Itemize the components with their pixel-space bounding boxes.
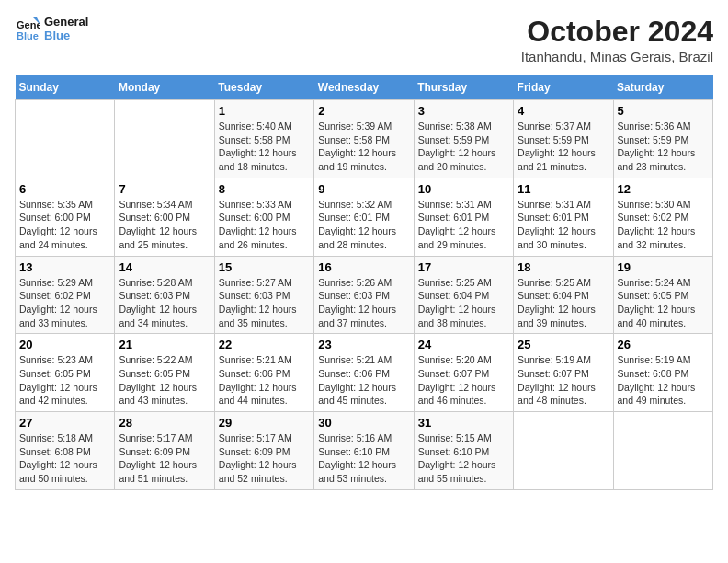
calendar-cell: 29 Sunrise: 5:17 AM Sunset: 6:09 PM Dayl…: [214, 412, 313, 490]
calendar-cell: 21 Sunrise: 5:22 AM Sunset: 6:05 PM Dayl…: [115, 334, 214, 412]
calendar-cell: 12 Sunrise: 5:30 AM Sunset: 6:02 PM Dayl…: [613, 178, 712, 256]
day-number: 5: [618, 104, 709, 118]
day-info: Sunrise: 5:16 AM Sunset: 6:10 PM Dayligh…: [318, 431, 409, 486]
calendar-week-row: 27 Sunrise: 5:18 AM Sunset: 6:08 PM Dayl…: [16, 412, 713, 490]
day-number: 24: [418, 338, 509, 351]
calendar-cell: 20 Sunrise: 5:23 AM Sunset: 6:05 PM Dayl…: [16, 334, 115, 412]
weekday-header: Thursday: [414, 75, 513, 100]
day-number: 8: [219, 182, 310, 196]
calendar-cell: 5 Sunrise: 5:36 AM Sunset: 5:59 PM Dayli…: [613, 100, 712, 178]
day-info: Sunrise: 5:26 AM Sunset: 6:03 PM Dayligh…: [318, 276, 409, 330]
calendar-cell: 25 Sunrise: 5:19 AM Sunset: 6:07 PM Dayl…: [514, 334, 613, 412]
calendar-cell: 31 Sunrise: 5:15 AM Sunset: 6:10 PM Dayl…: [414, 412, 513, 490]
day-number: 12: [618, 182, 709, 196]
weekday-header-row: SundayMondayTuesdayWednesdayThursdayFrid…: [16, 75, 713, 100]
month-title: October 2024: [521, 15, 713, 49]
day-number: 16: [318, 260, 409, 274]
day-info: Sunrise: 5:18 AM Sunset: 6:08 PM Dayligh…: [19, 431, 110, 486]
day-number: 29: [219, 416, 310, 430]
day-number: 26: [618, 338, 709, 351]
day-info: Sunrise: 5:22 AM Sunset: 6:05 PM Dayligh…: [119, 353, 210, 408]
day-info: Sunrise: 5:33 AM Sunset: 6:00 PM Dayligh…: [219, 198, 310, 252]
day-info: Sunrise: 5:21 AM Sunset: 6:06 PM Dayligh…: [318, 353, 409, 408]
day-info: Sunrise: 5:21 AM Sunset: 6:06 PM Dayligh…: [219, 353, 310, 408]
day-number: 14: [119, 260, 210, 274]
day-number: 31: [418, 416, 509, 430]
day-number: 17: [418, 260, 509, 274]
calendar-cell: 6 Sunrise: 5:35 AM Sunset: 6:00 PM Dayli…: [16, 178, 115, 256]
day-info: Sunrise: 5:29 AM Sunset: 6:02 PM Dayligh…: [19, 276, 110, 330]
day-number: 6: [19, 182, 110, 196]
calendar-cell: 11 Sunrise: 5:31 AM Sunset: 6:01 PM Dayl…: [514, 178, 613, 256]
calendar-cell: 2 Sunrise: 5:39 AM Sunset: 5:58 PM Dayli…: [314, 100, 414, 178]
calendar-cell: 18 Sunrise: 5:25 AM Sunset: 6:04 PM Dayl…: [514, 256, 613, 334]
day-info: Sunrise: 5:31 AM Sunset: 6:01 PM Dayligh…: [418, 198, 509, 252]
title-block: October 2024 Itanhandu, Minas Gerais, Br…: [521, 15, 713, 64]
day-info: Sunrise: 5:37 AM Sunset: 5:59 PM Dayligh…: [518, 120, 609, 174]
calendar-cell: 16 Sunrise: 5:26 AM Sunset: 6:03 PM Dayl…: [314, 256, 414, 334]
svg-text:Blue: Blue: [17, 30, 39, 41]
calendar-cell: [613, 412, 712, 490]
calendar-week-row: 20 Sunrise: 5:23 AM Sunset: 6:05 PM Dayl…: [16, 334, 713, 412]
day-number: 13: [19, 260, 110, 274]
day-number: 18: [518, 260, 609, 274]
day-info: Sunrise: 5:19 AM Sunset: 6:07 PM Dayligh…: [518, 353, 609, 408]
day-number: 23: [318, 338, 409, 351]
calendar-cell: 3 Sunrise: 5:38 AM Sunset: 5:59 PM Dayli…: [414, 100, 513, 178]
calendar-cell: 26 Sunrise: 5:19 AM Sunset: 6:08 PM Dayl…: [613, 334, 712, 412]
logo-icon: General Blue: [15, 16, 40, 41]
calendar-header: SundayMondayTuesdayWednesdayThursdayFrid…: [16, 75, 713, 100]
calendar-week-row: 1 Sunrise: 5:40 AM Sunset: 5:58 PM Dayli…: [16, 100, 713, 178]
day-info: Sunrise: 5:32 AM Sunset: 6:01 PM Dayligh…: [318, 198, 409, 252]
day-info: Sunrise: 5:27 AM Sunset: 6:03 PM Dayligh…: [219, 276, 310, 330]
logo: General Blue General Blue: [15, 15, 88, 42]
day-info: Sunrise: 5:35 AM Sunset: 6:00 PM Dayligh…: [19, 198, 110, 252]
calendar-week-row: 13 Sunrise: 5:29 AM Sunset: 6:02 PM Dayl…: [16, 256, 713, 334]
calendar-cell: 8 Sunrise: 5:33 AM Sunset: 6:00 PM Dayli…: [214, 178, 313, 256]
day-info: Sunrise: 5:38 AM Sunset: 5:59 PM Dayligh…: [418, 120, 509, 174]
day-info: Sunrise: 5:15 AM Sunset: 6:10 PM Dayligh…: [418, 431, 509, 486]
calendar-cell: 19 Sunrise: 5:24 AM Sunset: 6:05 PM Dayl…: [613, 256, 712, 334]
day-number: 10: [418, 182, 509, 196]
day-number: 9: [318, 182, 409, 196]
day-info: Sunrise: 5:25 AM Sunset: 6:04 PM Dayligh…: [418, 276, 509, 330]
calendar-table: SundayMondayTuesdayWednesdayThursdayFrid…: [15, 75, 713, 490]
day-info: Sunrise: 5:28 AM Sunset: 6:03 PM Dayligh…: [119, 276, 210, 330]
calendar-cell: 22 Sunrise: 5:21 AM Sunset: 6:06 PM Dayl…: [214, 334, 313, 412]
day-number: 30: [318, 416, 409, 430]
day-info: Sunrise: 5:23 AM Sunset: 6:05 PM Dayligh…: [19, 353, 110, 408]
day-number: 21: [119, 338, 210, 351]
weekday-header: Sunday: [16, 75, 115, 100]
day-number: 25: [518, 338, 609, 351]
day-number: 15: [219, 260, 310, 274]
day-number: 27: [19, 416, 110, 430]
weekday-header: Saturday: [613, 75, 712, 100]
calendar-cell: 4 Sunrise: 5:37 AM Sunset: 5:59 PM Dayli…: [514, 100, 613, 178]
day-info: Sunrise: 5:17 AM Sunset: 6:09 PM Dayligh…: [219, 431, 310, 486]
calendar-cell: 9 Sunrise: 5:32 AM Sunset: 6:01 PM Dayli…: [314, 178, 414, 256]
weekday-header: Monday: [115, 75, 214, 100]
day-number: 28: [119, 416, 210, 430]
calendar-cell: 17 Sunrise: 5:25 AM Sunset: 6:04 PM Dayl…: [414, 256, 513, 334]
weekday-header: Wednesday: [314, 75, 414, 100]
day-info: Sunrise: 5:20 AM Sunset: 6:07 PM Dayligh…: [418, 353, 509, 408]
calendar-cell: 24 Sunrise: 5:20 AM Sunset: 6:07 PM Dayl…: [414, 334, 513, 412]
weekday-header: Friday: [514, 75, 613, 100]
calendar-cell: 10 Sunrise: 5:31 AM Sunset: 6:01 PM Dayl…: [414, 178, 513, 256]
day-info: Sunrise: 5:30 AM Sunset: 6:02 PM Dayligh…: [618, 198, 709, 252]
day-info: Sunrise: 5:19 AM Sunset: 6:08 PM Dayligh…: [618, 353, 709, 408]
day-info: Sunrise: 5:39 AM Sunset: 5:58 PM Dayligh…: [318, 120, 409, 174]
logo-line1: General: [44, 15, 88, 29]
day-info: Sunrise: 5:36 AM Sunset: 5:59 PM Dayligh…: [618, 120, 709, 174]
page-header: General Blue General Blue October 2024 I…: [15, 15, 713, 64]
day-number: 22: [219, 338, 310, 351]
day-number: 4: [518, 104, 609, 118]
location-title: Itanhandu, Minas Gerais, Brazil: [521, 49, 713, 64]
day-info: Sunrise: 5:31 AM Sunset: 6:01 PM Dayligh…: [518, 198, 609, 252]
day-number: 19: [618, 260, 709, 274]
calendar-cell: 15 Sunrise: 5:27 AM Sunset: 6:03 PM Dayl…: [214, 256, 313, 334]
calendar-cell: [115, 100, 214, 178]
day-info: Sunrise: 5:24 AM Sunset: 6:05 PM Dayligh…: [618, 276, 709, 330]
weekday-header: Tuesday: [214, 75, 313, 100]
calendar-cell: [514, 412, 613, 490]
